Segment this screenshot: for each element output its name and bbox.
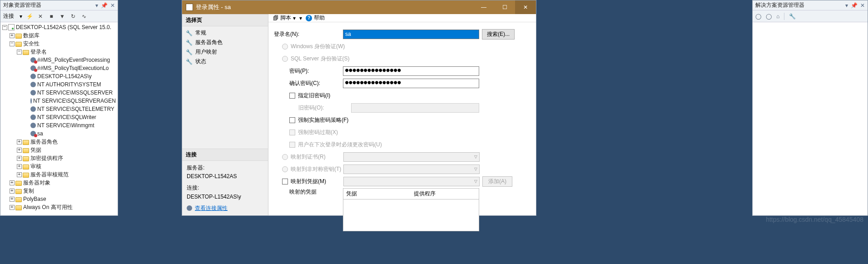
dropdown-icon[interactable]: ▾: [845, 2, 848, 9]
item-label: 服务器角色: [30, 138, 58, 146]
collapse-icon[interactable]: [2, 25, 7, 30]
folder-icon: [23, 148, 29, 153]
add-button: 添加(A): [482, 176, 512, 187]
activity-icon[interactable]: ∿: [80, 13, 88, 20]
back-icon[interactable]: ◯: [755, 13, 761, 20]
expand-icon[interactable]: [17, 139, 22, 144]
filter-icon[interactable]: ▼: [59, 13, 66, 20]
help-label: 帮助: [314, 14, 325, 22]
folder-icon: [23, 140, 29, 145]
tree-login-item[interactable]: NT AUTHORITY\SYSTEM: [0, 80, 118, 89]
page-general[interactable]: 🔧常规: [182, 28, 268, 38]
pin-icon[interactable]: 📌: [101, 2, 108, 9]
object-explorer-panel: 对象资源管理器 ▾ 📌 ✕ 连接 ▾ ⚡ ✕ ■ ▼ ↻ ∿ DESKTOP-L…: [0, 0, 118, 216]
tree-login-item[interactable]: NT SERVICE\SQLTELEMETRY: [0, 105, 118, 113]
wrench-icon[interactable]: 🔧: [789, 13, 796, 20]
stop-icon[interactable]: ■: [48, 13, 55, 20]
close-icon[interactable]: ✕: [860, 2, 865, 9]
tree-login-item[interactable]: ##MS_PolicyTsqlExecutionLo: [0, 64, 118, 72]
minimize-button[interactable]: —: [473, 0, 494, 14]
disconnect-icon[interactable]: ✕: [37, 13, 44, 20]
view-conn-props-link[interactable]: 查看连接属性: [195, 204, 228, 213]
confirm-password-input[interactable]: ●●●●●●●●●●●●●●●: [343, 79, 479, 88]
tree-login-sa[interactable]: sa: [0, 130, 118, 138]
tree-crypto[interactable]: 加密提供程序: [0, 154, 118, 162]
expand-icon[interactable]: [10, 189, 15, 194]
tree-root[interactable]: DESKTOP-L1542AS (SQL Server 15.0.: [0, 23, 118, 31]
refresh-icon[interactable]: ↻: [69, 13, 77, 20]
tree-login-item[interactable]: NT SERVICE\Winmgmt: [0, 121, 118, 130]
separator: [784, 13, 784, 20]
windows-auth-label: Windows 身份验证(W): [291, 43, 345, 50]
specify-old-checkbox[interactable]: [289, 93, 295, 99]
login-disabled-icon: [30, 131, 36, 136]
dialog-titlebar[interactable]: 登录属性 - sa — ☐ ✕: [182, 0, 536, 14]
server-value: DESKTOP-L1542AS: [187, 172, 263, 181]
collapse-icon[interactable]: [17, 50, 22, 55]
expand-icon[interactable]: [10, 180, 15, 185]
login-name-input[interactable]: [343, 30, 479, 39]
tree-server-roles[interactable]: 服务器角色: [0, 138, 118, 146]
item-label: 审核: [30, 163, 41, 170]
expand-icon[interactable]: [10, 197, 15, 202]
item-label: NT SERVICE\SQLWriter: [37, 114, 96, 120]
page-label: 服务器角色: [195, 39, 223, 46]
collapse-icon[interactable]: [10, 41, 15, 46]
separator: ▾: [299, 15, 302, 21]
tree-login-item[interactable]: NT SERVICE\SQLSERVERAGEN: [0, 97, 118, 105]
page-user-mapping[interactable]: 🔧用户映射: [182, 47, 268, 57]
close-icon[interactable]: ✕: [110, 2, 115, 9]
connect-label[interactable]: 连接: [3, 12, 14, 20]
server-label: DESKTOP-L1542AS (SQL Server 15.0.: [16, 24, 111, 30]
tree-login-item[interactable]: NT SERVICE\SQLWriter: [0, 113, 118, 121]
enforce-policy-checkbox[interactable]: [289, 117, 295, 123]
item-label: PolyBase: [23, 196, 46, 202]
page-label: 用户映射: [195, 48, 217, 56]
tree-security[interactable]: 安全性: [0, 40, 118, 48]
tree-login-item[interactable]: ##MS_PolicyEventProcessing: [0, 56, 118, 64]
pin-icon[interactable]: 📌: [851, 2, 858, 9]
tree-polybase[interactable]: PolyBase: [0, 195, 118, 203]
item-label: Always On 高可用性: [23, 204, 73, 211]
tree-credentials[interactable]: 凭据: [0, 146, 118, 154]
expand-icon[interactable]: [17, 164, 22, 169]
panel-title: 对象资源管理器: [3, 1, 95, 9]
home-icon[interactable]: ⌂: [776, 13, 779, 20]
page-status[interactable]: 🔧状态: [182, 57, 268, 66]
expand-icon[interactable]: [10, 205, 15, 210]
tree-audits[interactable]: 审核: [0, 162, 118, 170]
tree-replication[interactable]: 复制: [0, 187, 118, 195]
password-input[interactable]: ●●●●●●●●●●●●●●●: [343, 66, 479, 76]
tree-databases[interactable]: 数据库: [0, 31, 118, 40]
tree-alwayson[interactable]: Always On 高可用性: [0, 203, 118, 211]
must-change-checkbox: [289, 142, 295, 148]
tree-login-item[interactable]: NT SERVICE\MSSQLSERVER: [0, 89, 118, 97]
expand-icon[interactable]: [10, 33, 15, 38]
object-explorer-header: 对象资源管理器 ▾ 📌 ✕: [0, 0, 118, 10]
connect-icon[interactable]: ⚡: [26, 13, 33, 20]
close-button[interactable]: ✕: [515, 0, 536, 14]
page-server-roles[interactable]: 🔧服务器角色: [182, 38, 268, 47]
solution-explorer-toolbar: ◯ ◯ ⌂ 🔧: [753, 10, 868, 22]
map-cred-checkbox[interactable]: [282, 179, 288, 184]
expand-icon[interactable]: [17, 172, 22, 177]
expand-icon[interactable]: [17, 148, 22, 153]
forward-icon[interactable]: ◯: [766, 13, 772, 20]
dropdown-arrow-icon[interactable]: ▾: [20, 13, 22, 20]
tree-logins[interactable]: 登录名: [0, 48, 118, 56]
maximize-button[interactable]: ☐: [494, 0, 515, 14]
windows-auth-radio: [282, 44, 288, 50]
search-button[interactable]: 搜索(E)...: [482, 29, 515, 40]
dropdown-icon[interactable]: ▾: [95, 2, 98, 9]
enforce-policy-label: 强制实施密码策略(F): [298, 116, 348, 124]
tree-audit-specs[interactable]: 服务器审核规范: [0, 170, 118, 179]
tree-login-item[interactable]: DESKTOP-L1542AS\y: [0, 72, 118, 80]
cred-list[interactable]: [343, 199, 479, 231]
expand-icon[interactable]: [17, 156, 22, 161]
login-icon: [30, 74, 36, 79]
tree-server-objects[interactable]: 服务器对象: [0, 179, 118, 187]
script-button[interactable]: 🗐脚本▾: [273, 14, 296, 22]
help-button[interactable]: ?帮助: [306, 14, 325, 22]
folder-icon: [15, 197, 22, 202]
map-cred-label: 映射到凭据(M): [291, 178, 343, 185]
